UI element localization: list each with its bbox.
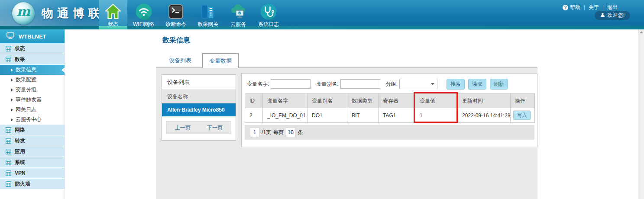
tab-variable-data[interactable]: 变量数据 [202,53,239,68]
sidebar-item-applications[interactable]: 应用 [0,146,65,157]
home-icon [104,3,122,20]
caret-right-icon [11,99,13,101]
gateway-device-icon [199,3,217,20]
table-grid-icon [6,160,11,165]
sidebar-item-datacollect-config[interactable]: 数采配置 [0,75,65,85]
sidebar-item-variable-groups[interactable]: 变量分组 [0,85,65,95]
about-link[interactable]: 关于 [585,4,603,11]
search-button[interactable]: 搜索 [447,79,465,90]
read-button[interactable]: 读取 [468,79,486,90]
nav-label: 云服务 [230,21,247,28]
table-grid-icon [6,170,11,176]
nav-label: WIFI网络 [133,21,154,28]
per-page-label: 每页 [273,129,284,136]
sidebar-item-network[interactable]: 网络 [0,125,65,135]
cell-id: 2 [245,108,263,123]
vertical-scrollbar[interactable] [638,29,644,199]
sidebar-item-cloud-center[interactable]: 云服务中心 [0,115,65,125]
scroll-up-icon[interactable] [640,31,643,33]
table-pagination: /1页 每页 条 [245,125,534,140]
sidebar-item-vpn[interactable]: VPN [0,168,65,178]
tab-device-list[interactable]: 设备列表 [162,54,198,67]
variables-table: ID 变量名字 变量别名 数据类型 寄存器 变量值 更新时间 操作 2 _IO_… [245,93,535,123]
caret-right-icon [11,119,13,121]
col-variable-value: 变量值 [415,94,458,108]
variable-name-input[interactable] [271,79,311,89]
sidebar-item-event-triggers[interactable]: 事件触发器 [0,95,65,105]
sidebar-item-datacollect-info[interactable]: 数采信息 [0,65,65,75]
cell-data-type: BIT [347,108,379,123]
filter-bar: 变量名字: 变量别名: 分组: 搜索 读取 刷新 [247,78,534,90]
nav-label: 诊断命令 [165,21,186,28]
col-update-time: 更新时间 [458,94,511,108]
logout-link[interactable]: 退出 [603,4,621,11]
page-total-label: /1页 [262,129,271,136]
table-grid-icon [6,138,11,144]
nav-item-wifi[interactable]: WIFI网络 [127,0,160,29]
sidebar-item-datacollect[interactable]: 数采 [0,54,65,64]
nav-item-cloud[interactable]: 云服务 [224,0,252,29]
nav-item-syslog[interactable]: 系统日志 [252,0,285,29]
variable-name-label: 变量名字: [247,80,269,88]
user-icon [600,13,605,19]
caret-right-icon [11,109,13,111]
sidebar-item-system[interactable]: 系统 [0,157,65,167]
caret-right-icon [11,79,13,81]
col-actions: 操作 [511,94,535,108]
help-link[interactable]: ? 帮助 [559,4,584,11]
wifi-icon [135,3,152,20]
device-pager: 上一页 下一页 [166,121,231,134]
header-bar: m 物通博联 状态 WIFI网络 诊断命令 [0,0,644,29]
table-grid-icon [6,127,11,133]
per-page-input[interactable] [286,128,295,137]
caret-right-icon [11,69,13,71]
prev-page-button[interactable]: 上一页 [175,124,191,132]
brand-logo: m 物通博联 [12,2,104,25]
variable-data-panel: 变量名字: 变量别名: 分组: 搜索 读取 刷新 ID 变量名字 变量 [241,74,537,147]
table-row: 2 _IO_EM_DO_01 DO1 BIT TAG1 1 2022-09-16… [245,108,535,123]
device-panel-title: 设备列表 [162,75,236,90]
sidebar-item-firewall[interactable]: 防火墙 [0,179,65,189]
cell-variable-name: _IO_EM_DO_01 [263,108,307,123]
nav-label: 状态 [104,21,122,28]
group-label: 分组: [386,80,398,88]
welcome-badge[interactable]: 欢迎您! [595,11,630,20]
cell-variable-alias: DO1 [307,108,347,123]
nav-item-diagnostics[interactable]: 诊断命令 [160,0,192,29]
col-data-type: 数据类型 [347,94,379,108]
stethoscope-icon [260,3,277,20]
col-variable-name: 变量名字 [263,94,307,108]
col-id: ID [245,94,263,108]
device-name-column-header: 设备名称 [162,90,236,103]
write-button[interactable]: 写入 [513,111,531,120]
app-root: m 物通博联 状态 WIFI网络 诊断命令 [0,0,644,199]
cloud-service-icon [230,3,247,20]
table-grid-icon [6,181,11,187]
terminal-icon [167,3,184,20]
table-grid-icon [6,46,11,51]
brand-name: 物通博联 [42,6,104,21]
sidebar-header: WTBLNET [0,29,65,43]
cell-variable-value: 1 [415,108,458,123]
sidebar-item-status[interactable]: 状态 [0,43,65,54]
nav-item-gateway[interactable]: 数采网关 [192,0,224,29]
group-select[interactable] [399,79,437,89]
monitor-icon [6,32,14,40]
device-row-selected[interactable]: Allen-Bradley Micro850 [162,103,236,116]
question-icon: ? [563,5,568,10]
nav-item-status[interactable]: 状态 [99,0,127,29]
col-variable-alias: 变量别名 [307,94,347,108]
sidebar-item-gateway-logs[interactable]: 网关日志 [0,105,65,115]
next-page-button[interactable]: 下一页 [207,124,223,132]
variable-alias-input[interactable] [340,79,380,89]
cell-update-time: 2022-09-16 14:41:28 [458,108,511,123]
refresh-button[interactable]: 刷新 [490,79,508,90]
nav-label: 数采网关 [197,21,218,28]
tab-bar: 设备列表 变量数据 [156,54,537,68]
logo-sphere-icon: m [12,2,35,25]
header-links: ? 帮助 关于 退出 [559,4,621,11]
sidebar-item-forwarding[interactable]: 转发 [0,135,65,146]
device-list-panel: 设备列表 设备名称 Allen-Bradley Micro850 上一页 下一页 [162,74,236,141]
table-grid-icon [6,57,11,62]
page-number-input[interactable] [250,128,259,137]
